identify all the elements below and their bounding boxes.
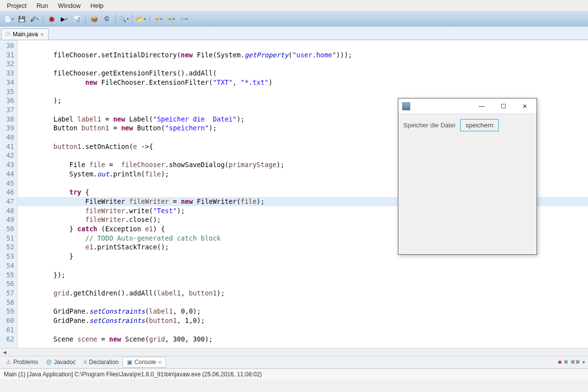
toolbar-separator — [132, 14, 133, 24]
console-tab[interactable]: ▣Console✕ — [122, 357, 166, 368]
java-file-icon: Ⓙ — [5, 31, 10, 38]
console-icon: ▣ — [127, 359, 132, 366]
menu-project[interactable]: Project — [2, 1, 31, 10]
close-console-icon[interactable]: ✕ — [158, 360, 162, 365]
scroll-left-icon[interactable]: ◀ — [1, 349, 8, 356]
save-all-button[interactable]: 🖊 — [28, 14, 40, 24]
editor-tab-bar: Ⓙ Main.java ✕ — [0, 26, 588, 40]
terminate-button[interactable]: ■ — [558, 359, 562, 366]
console-toolbar: ■ ✖ ✖✖ ▾ — [558, 359, 585, 366]
toolbar-separator — [115, 14, 116, 24]
new-package-button[interactable]: 📦 — [88, 14, 100, 24]
close-window-button[interactable]: ✕ — [514, 99, 536, 114]
app-icon — [402, 102, 410, 110]
status-text: Main (1) [Java Application] C:\Program F… — [4, 371, 262, 378]
horizontal-scrollbar[interactable]: ◀ — [0, 348, 588, 356]
coverage-button[interactable]: 📊 — [71, 14, 83, 24]
new-class-button[interactable]: © — [101, 14, 113, 24]
toolbar: 📄 💾 🖊 🐞 ▶ 📊 📦 © 🔍 📂 ⬅ ➡ ↩ — [0, 12, 588, 26]
nav-back-button[interactable]: ⬅ — [152, 14, 164, 24]
line-number-gutter: 30 31 32 33 34 35 36 37 38 39 40 41 42 4… — [0, 40, 18, 348]
javafx-app-window[interactable]: — ☐ ✕ Speicher die Datei speichern — [398, 98, 537, 255]
menu-run[interactable]: Run — [31, 1, 53, 10]
debug-button[interactable]: 🐞 — [46, 14, 57, 24]
app-titlebar[interactable]: — ☐ ✕ — [398, 98, 537, 114]
new-button[interactable]: 📄 — [3, 14, 15, 24]
toolbar-separator — [149, 14, 150, 24]
nav-forward-button[interactable]: ➡ — [165, 14, 177, 24]
open-type-button[interactable]: 📂 — [135, 14, 147, 24]
tab-label: Main.java — [13, 31, 38, 38]
problems-icon: ⚠ — [6, 359, 11, 366]
toolbar-separator — [85, 14, 86, 24]
minimize-button[interactable]: — — [471, 99, 492, 114]
declaration-tab[interactable]: ≡Declaration — [80, 357, 123, 367]
toolbar-separator — [43, 14, 43, 24]
app-label: Speicher die Datei — [403, 122, 455, 129]
menu-bar: Project Run Window Help — [0, 0, 588, 12]
declaration-icon: ≡ — [84, 359, 87, 366]
editor-tab-main-java[interactable]: Ⓙ Main.java ✕ — [1, 28, 49, 40]
speichern-button[interactable]: speichern — [460, 119, 498, 131]
remove-launch-button[interactable]: ✖ — [564, 359, 568, 366]
problems-tab[interactable]: ⚠Problems — [2, 357, 42, 367]
status-bar: Main (1) [Java Application] C:\Program F… — [0, 368, 588, 379]
run-button[interactable]: ▶ — [58, 14, 70, 24]
maximize-button[interactable]: ☐ — [492, 99, 514, 114]
remove-all-button[interactable]: ✖✖ — [570, 359, 580, 366]
javadoc-tab[interactable]: @Javadoc — [42, 357, 80, 367]
save-button[interactable]: 💾 — [16, 14, 27, 24]
window-buttons: — ☐ ✕ — [471, 99, 536, 114]
pin-console-button[interactable]: ▾ — [582, 359, 585, 366]
app-content: Speicher die Datei speichern — [398, 114, 537, 136]
nav-last-edit-button[interactable]: ↩ — [178, 14, 190, 24]
search-button[interactable]: 🔍 — [118, 14, 130, 24]
menu-window[interactable]: Window — [53, 1, 85, 10]
bottom-panel-tabs: ⚠Problems @Javadoc ≡Declaration ▣Console… — [0, 356, 588, 368]
menu-help[interactable]: Help — [86, 1, 109, 10]
close-tab-icon[interactable]: ✕ — [40, 32, 44, 37]
javadoc-icon: @ — [46, 359, 52, 366]
